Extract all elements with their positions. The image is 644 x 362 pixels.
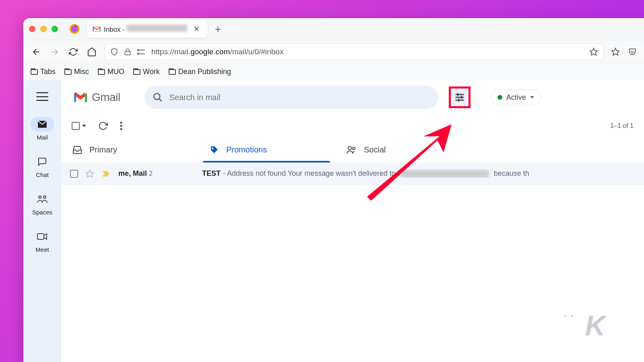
tab-close-button[interactable]: ✕ (191, 24, 202, 34)
titlebar: Inbox - ✕ + (23, 18, 644, 40)
svg-marker-9 (612, 48, 619, 55)
left-rail: Mail Chat Spaces Meet (23, 80, 61, 362)
tab-social[interactable]: Social (335, 137, 472, 162)
tab-title: Inbox - (104, 25, 187, 34)
bookmark-star-icon[interactable] (589, 47, 598, 56)
svg-marker-8 (590, 48, 597, 55)
home-button[interactable] (86, 46, 97, 58)
rail-item-mail[interactable]: Mail (28, 117, 56, 141)
lock-icon (124, 48, 131, 56)
rail-item-chat[interactable]: Chat (28, 154, 56, 178)
spaces-icon (37, 195, 48, 204)
message-checkbox[interactable] (70, 170, 78, 178)
browser-tab[interactable]: Inbox - ✕ (87, 20, 208, 38)
gmail-header: Gmail Active (61, 80, 644, 115)
pocket-icon[interactable] (628, 47, 637, 56)
message-sender: me, Mail 2 (118, 169, 195, 178)
tune-icon (454, 92, 465, 103)
svg-point-26 (212, 148, 213, 149)
svg-point-1 (71, 26, 77, 32)
refresh-button[interactable] (98, 121, 108, 131)
gmail-logo[interactable]: Gmail (72, 91, 120, 104)
mail-icon (37, 120, 47, 129)
main-menu-button[interactable] (36, 92, 48, 101)
svg-point-23 (120, 122, 122, 124)
bookmark-folder[interactable]: Misc (64, 68, 89, 76)
address-bar[interactable]: https://mail.google.com/mail/u/0/#inbox (105, 43, 604, 60)
svg-point-15 (154, 93, 160, 99)
svg-point-10 (39, 196, 41, 198)
folder-icon (64, 69, 72, 75)
message-row[interactable]: me, Mail 2 TEST - Address not found Your… (61, 163, 644, 185)
bookmark-folder[interactable]: Tabs (31, 68, 56, 76)
people-icon (346, 145, 357, 155)
browser-toolbar: https://mail.google.com/mail/u/0/#inbox (23, 40, 644, 63)
svg-point-4 (138, 49, 139, 51)
gmail-logo-icon (72, 91, 89, 104)
tag-icon (209, 145, 219, 155)
svg-point-6 (138, 53, 139, 54)
reload-button[interactable] (68, 46, 79, 58)
bookmark-folder[interactable]: Dean Publishing (169, 68, 231, 76)
folder-icon (98, 69, 105, 75)
bookmark-folder[interactable]: MUO (98, 68, 124, 76)
gmail-favicon-icon (93, 25, 101, 33)
forward-button[interactable] (49, 46, 60, 58)
importance-icon[interactable] (101, 170, 111, 177)
svg-point-28 (353, 147, 355, 150)
svg-line-16 (159, 99, 162, 101)
minimize-window-button[interactable] (40, 26, 47, 32)
search-options-button[interactable] (449, 86, 471, 108)
folder-icon (169, 69, 176, 75)
gmail-app: Mail Chat Spaces Meet Gmail (23, 80, 644, 362)
chat-icon (37, 157, 47, 167)
folder-icon (31, 69, 38, 75)
svg-point-11 (43, 196, 46, 198)
svg-rect-3 (125, 51, 130, 55)
gmail-main: Gmail Active (61, 80, 644, 362)
select-all-checkbox[interactable] (72, 122, 86, 130)
search-input[interactable] (169, 93, 430, 102)
tab-promotions[interactable]: Promotions (198, 137, 335, 162)
status-indicator-icon (497, 95, 502, 100)
inbox-icon (72, 145, 82, 155)
tab-primary[interactable]: Primary (61, 137, 198, 162)
svg-point-27 (348, 146, 351, 150)
close-window-button[interactable] (29, 26, 35, 32)
rail-item-spaces[interactable]: Spaces (28, 192, 56, 216)
svg-point-24 (120, 125, 122, 127)
category-tabs: Primary Promotions Social (61, 137, 644, 163)
window-controls (29, 26, 58, 32)
meet-icon (37, 232, 47, 241)
permissions-icon (137, 48, 146, 56)
gmail-wordmark: Gmail (92, 91, 120, 104)
back-button[interactable] (31, 46, 42, 58)
rail-item-meet[interactable]: Meet (28, 229, 56, 253)
svg-marker-29 (86, 170, 93, 177)
more-button[interactable] (120, 121, 122, 131)
redacted-text (127, 25, 187, 32)
chevron-down-icon (82, 125, 86, 127)
svg-rect-12 (37, 234, 44, 239)
extensions-icon[interactable] (611, 47, 620, 56)
new-tab-button[interactable]: + (215, 23, 221, 35)
url-text: https://mail.google.com/mail/u/0/#inbox (151, 47, 283, 56)
message-subject: TEST - Address not found Your message wa… (202, 169, 635, 178)
search-icon (153, 92, 163, 103)
watermark: K (564, 310, 604, 342)
shield-icon (110, 47, 118, 56)
svg-point-25 (120, 128, 122, 130)
maximize-window-button[interactable] (52, 26, 58, 32)
folder-icon (133, 69, 140, 75)
status-chip[interactable]: Active (491, 89, 541, 105)
pagination-label: 1–1 of 1 (610, 122, 634, 130)
browser-window: Inbox - ✕ + https://mail.google.com/mail… (23, 18, 644, 362)
firefox-icon (69, 24, 80, 34)
redacted-text (400, 170, 489, 178)
search-bar[interactable] (144, 86, 438, 109)
list-toolbar: 1–1 of 1 (61, 115, 644, 137)
bookmark-folder[interactable]: Work (133, 68, 160, 76)
bookmarks-bar: Tabs Misc MUO Work Dean Publishing (23, 63, 644, 80)
star-icon[interactable] (85, 169, 94, 178)
chevron-down-icon (530, 96, 534, 99)
